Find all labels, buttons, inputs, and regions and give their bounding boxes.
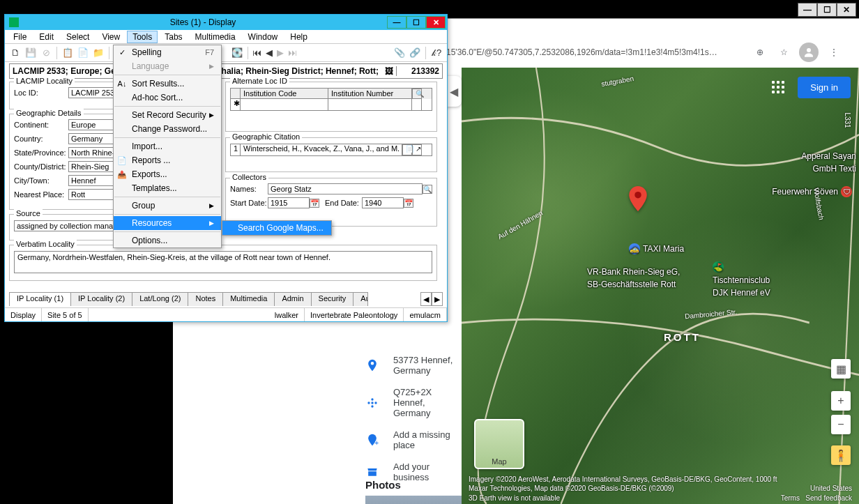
tab-ip-locality-2[interactable]: IP Locality (2) <box>70 292 132 306</box>
chrome-profile-avatar-icon[interactable] <box>799 43 819 62</box>
gm-pluscode-row[interactable]: Q725+2X Hennef, Germany <box>365 387 459 418</box>
emu-maximize-button[interactable]: ☐ <box>406 16 426 29</box>
grp-locality-label: LACMIP Locality <box>14 77 75 85</box>
coll-start-cal-icon[interactable]: 📅 <box>310 199 319 208</box>
gm-top-controls: Sign in <box>767 76 851 98</box>
nav-next-icon: ▶ <box>277 47 284 58</box>
menu-help[interactable]: Help <box>284 31 313 43</box>
gm-collapse-button[interactable]: ◀ <box>446 76 462 107</box>
tools-item-spelling[interactable]: ✓SpellingF7 <box>114 45 221 59</box>
tab-scroll-left-icon[interactable]: ◀ <box>420 292 432 306</box>
submenu-search-google-maps[interactable]: Search Google Maps... <box>222 221 331 235</box>
nav-prev-icon[interactable]: ◀ <box>266 47 273 58</box>
tools-item-change-password[interactable]: Change Password... <box>114 122 221 136</box>
emu-statusbar: Display Site 5 of 5 lwalker Invertebrate… <box>5 307 447 321</box>
tab-audit[interactable]: Audit <box>353 292 368 306</box>
gm-footer-terms[interactable]: Terms <box>781 494 800 502</box>
site-zoom-icon[interactable]: ⊕ <box>752 44 768 61</box>
gm-add-business-text: Add your business <box>393 461 459 482</box>
tools-item-resources[interactable]: Resources▶ <box>114 216 221 230</box>
menu-file[interactable]: File <box>8 31 32 43</box>
google-apps-icon[interactable] <box>767 76 789 98</box>
cit-value[interactable]: Winterscheid, H., Kvacek, Z., Vana, J., … <box>241 144 402 155</box>
tools-item-sort-results[interactable]: A↓Sort Results... <box>114 77 221 91</box>
gm-minimap-toggle[interactable]: Map <box>474 419 524 469</box>
gm-signin-button[interactable]: Sign in <box>798 77 851 98</box>
chevron-right-icon: ▶ <box>209 220 214 227</box>
poi-bank[interactable]: VR-Bank Rhein-Sieg eG,SB-Geschäftsstelle… <box>587 267 680 289</box>
altloc-lookup-icon[interactable]: 🔍 <box>412 89 422 99</box>
emu-menubar: File Edit Select View Tools Tabs Multime… <box>5 30 447 44</box>
menu-window[interactable]: Window <box>243 31 284 43</box>
tools-item-templates[interactable]: Templates... <box>114 181 221 195</box>
poi-apperal[interactable]: Apperal SayanGmbH Texti <box>801 151 856 174</box>
bookmark-star-icon[interactable]: ☆ <box>775 44 792 61</box>
gm-place-details: 53773 Hennef, Germany Q725+2X Hennef, Ge… <box>365 344 459 494</box>
tools-item-import[interactable]: Import... <box>114 139 221 153</box>
coll-start-input[interactable] <box>268 197 310 208</box>
pegman-icon[interactable]: 🧍 <box>831 445 851 465</box>
tools-dropdown: ✓SpellingF7Language▶A↓Sort Results...Ad-… <box>113 45 222 248</box>
parent-maximize-button[interactable]: ☐ <box>817 3 837 17</box>
tb-paste-icon[interactable]: 📁 <box>92 47 105 59</box>
tools-item-exports[interactable]: 📤Exports... <box>114 167 221 181</box>
coll-lookup-icon[interactable]: 🔍 <box>423 185 432 194</box>
gm-pegman-wrap: 🧍 <box>831 445 851 465</box>
tab-ip-locality-1[interactable]: IP Locality (1) <box>9 292 71 306</box>
tb-help-icon[interactable]: 𝓀? <box>430 47 443 59</box>
gm-map-canvas[interactable]: ◀ 🚕TAXI Maria VR-Bank Rhein-Sieg eG,SB-G… <box>462 68 859 504</box>
banner-image-icon[interactable]: 🖼 <box>382 66 396 76</box>
emu-titlebar[interactable]: Sites (1) - Display — ☐ ✕ <box>5 15 447 30</box>
tools-item-set-record-security[interactable]: Set Record Security▶ <box>114 108 221 122</box>
parent-close-button[interactable]: ✕ <box>837 3 856 17</box>
cit-link-icon[interactable]: ↗ <box>412 144 422 155</box>
chrome-menu-icon[interactable]: ⋮ <box>826 44 842 61</box>
map-marker-icon[interactable] <box>629 186 647 211</box>
zoom-in-button[interactable]: + <box>831 391 851 411</box>
menu-multimedia[interactable]: Multimedia <box>190 31 241 43</box>
tools-item-reports[interactable]: 📄Reports ... <box>114 153 221 167</box>
poi-tennis[interactable]: ⛳TischtennisclubDJK Hennef eV <box>713 261 770 298</box>
coll-end-input[interactable] <box>362 197 404 208</box>
tab-scroll-right-icon[interactable]: ▶ <box>432 292 443 306</box>
tab-security[interactable]: Security <box>311 292 354 306</box>
grp-source-label: Source <box>14 209 43 217</box>
tb-disk-icon[interactable]: 💽 <box>231 47 243 59</box>
parent-minimize-button[interactable]: — <box>798 3 817 17</box>
tb-link-icon[interactable]: 🔗 <box>409 47 421 59</box>
tb-save-icon: 💾 <box>24 47 37 59</box>
menu-tools[interactable]: Tools <box>127 31 158 43</box>
svg-point-7 <box>634 192 641 199</box>
tools-item-group[interactable]: Group▶ <box>114 199 221 213</box>
menu-select[interactable]: Select <box>61 31 95 43</box>
emu-close-button[interactable]: ✕ <box>426 16 446 29</box>
cit-view-icon[interactable]: 📄 <box>402 144 412 155</box>
tb-new-icon[interactable]: 🗋 <box>9 47 22 59</box>
menu-tabs[interactable]: Tabs <box>159 31 188 43</box>
coll-names-input[interactable] <box>268 183 423 194</box>
layers-icon[interactable]: ▦ <box>831 359 851 379</box>
tb-attach-icon[interactable]: 📎 <box>393 47 406 59</box>
tb-copy-icon[interactable]: 📄 <box>77 47 89 59</box>
nav-first-icon[interactable]: ⏮ <box>252 47 261 58</box>
tab-notes[interactable]: Notes <box>188 292 223 306</box>
tb-cut-icon[interactable]: 📋 <box>61 47 74 59</box>
poi-taxi[interactable]: 🚕TAXI Maria <box>629 243 684 254</box>
tools-item-ad-hoc-sort[interactable]: Ad-hoc Sort... <box>114 91 221 105</box>
tools-item-options[interactable]: Options... <box>114 234 221 247</box>
zoom-out-button[interactable]: − <box>831 415 851 434</box>
tab-admin[interactable]: Admin <box>274 292 311 306</box>
coll-end-cal-icon[interactable]: 📅 <box>404 199 413 208</box>
grp-altloc-label: Alternate Loc ID <box>230 77 289 85</box>
menu-view[interactable]: View <box>96 31 126 43</box>
gm-footer-feedback[interactable]: Send feedback <box>805 494 852 502</box>
tab-multimedia[interactable]: Multimedia <box>222 292 275 306</box>
menu-edit[interactable]: Edit <box>33 31 59 43</box>
tab-latlong-2[interactable]: Lat/Long (2) <box>132 292 188 306</box>
gm-address-row[interactable]: 53773 Hennef, Germany <box>365 355 459 376</box>
menu-item-icon: 📄 <box>116 156 128 165</box>
verbatim-text[interactable]: Germany, Nordrhein-Westfalen, Rhein-Sieg… <box>14 251 432 273</box>
emu-minimize-button[interactable]: — <box>387 16 406 29</box>
gm-add-place-row[interactable]: + Add a missing place <box>365 429 459 450</box>
add-pin-icon: + <box>365 433 379 447</box>
